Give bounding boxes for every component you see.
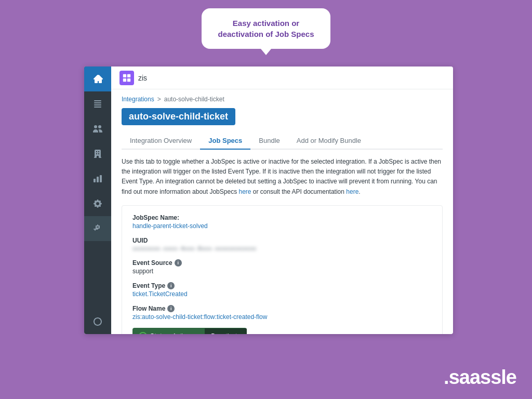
flow-name-field: Flow Name i zis:auto-solve-child-ticket:… (132, 305, 432, 321)
breadcrumb-separator: > (157, 96, 161, 103)
event-type-field: Event Type i ticket.TicketCreated (132, 282, 432, 298)
app-name: zis (138, 74, 147, 82)
status-left: ✓ Status Active (132, 328, 205, 334)
tab-bundle[interactable]: Bundle (250, 132, 288, 150)
content-area: Integrations > auto-solve-child-ticket a… (111, 89, 453, 334)
sidebar-icon-settings[interactable] (84, 191, 111, 216)
event-type-label: Event Type i (132, 282, 432, 289)
main-content: zis Integrations > auto-solve-child-tick… (111, 66, 453, 334)
event-source-value: support (132, 268, 432, 275)
sidebar-icon-list[interactable] (84, 91, 111, 116)
uuid-value: xxxxxxxx-xxxx-4xxx-8xxx-xxxxxxxxxxxx (132, 245, 432, 252)
event-source-field: Event Source i support (132, 259, 432, 275)
sidebar-icon-chart[interactable] (84, 166, 111, 191)
flow-name-info-icon[interactable]: i (167, 305, 175, 312)
event-source-info-icon[interactable]: i (175, 259, 182, 267)
event-type-value: ticket.TicketCreated (132, 290, 432, 298)
saassle-brand: .saassle (444, 366, 516, 389)
app-header: zis (111, 66, 453, 89)
brand-dot: . (444, 366, 449, 388)
uuid-field: UUID xxxxxxxx-xxxx-4xxx-8xxx-xxxxxxxxxxx… (132, 237, 432, 252)
jobspec-name-field: JobSpec Name: handle-parent-ticket-solve… (132, 214, 432, 230)
status-value: Active (172, 332, 190, 334)
flow-name-label: Flow Name i (132, 305, 432, 312)
description-mid: or consult the API documentation (251, 188, 347, 195)
jobspec-name-value: handle-parent-ticket-solved (132, 222, 432, 230)
jobspec-name-label: JobSpec Name: (132, 214, 432, 221)
sidebar-icon-building[interactable] (84, 141, 111, 166)
jobspec-card: JobSpec Name: handle-parent-ticket-solve… (122, 205, 443, 334)
sidebar (84, 66, 111, 334)
svg-rect-1 (127, 74, 130, 77)
event-type-info-icon[interactable]: i (167, 282, 175, 289)
breadcrumb-current: auto-solve-child-ticket (164, 96, 224, 103)
brand-text: saassle (449, 366, 516, 388)
event-source-label: Event Source i (132, 259, 432, 267)
app-logo (119, 71, 134, 85)
tab-add-modify-bundle[interactable]: Add or Modify Bundle (288, 132, 369, 150)
svg-rect-0 (123, 74, 126, 77)
breadcrumb: Integrations > auto-solve-child-ticket (122, 96, 443, 103)
sidebar-icon-zendesk[interactable] (84, 309, 111, 334)
tab-integration-overview[interactable]: Integration Overview (122, 132, 200, 150)
description-end: . (358, 188, 360, 195)
svg-rect-2 (123, 78, 126, 81)
deactivate-button[interactable]: Deactivate (205, 328, 247, 334)
sidebar-icon-plugin[interactable] (84, 216, 111, 241)
tab-job-specs[interactable]: Job Specs (200, 132, 250, 150)
sidebar-bottom (84, 309, 111, 334)
app-container: zis Integrations > auto-solve-child-tick… (84, 66, 453, 334)
status-bar: ✓ Status Active Deactivate (132, 328, 247, 334)
tabs: Integration Overview Job Specs Bundle Ad… (122, 132, 443, 150)
tooltip-bubble: Easy activation or deactivation of Job S… (202, 8, 330, 49)
page-title: auto-solve-child-ticket (122, 108, 235, 125)
breadcrumb-link[interactable]: Integrations (122, 96, 154, 103)
flow-name-value: zis:auto-solve-child-ticket:flow:ticket-… (132, 313, 432, 321)
description-link-here1[interactable]: here (238, 188, 251, 195)
status-check-icon: ✓ (139, 332, 147, 334)
status-label: Status (150, 332, 169, 334)
uuid-label: UUID (132, 237, 432, 244)
tooltip-text: Easy activation or deactivation of Job S… (218, 19, 314, 38)
sidebar-icon-home[interactable] (84, 66, 111, 91)
description-text: Use this tab to toggle whether a JobSpec… (122, 157, 443, 197)
svg-rect-3 (127, 78, 130, 81)
sidebar-icon-users[interactable] (84, 116, 111, 141)
description-link-here2[interactable]: here (346, 188, 358, 195)
